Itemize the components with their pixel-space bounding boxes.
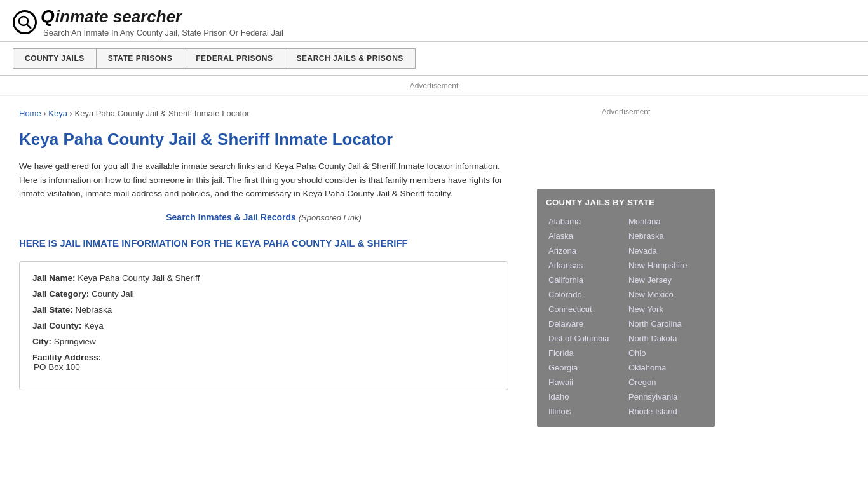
jail-county-label: Jail County: [32,321,81,330]
state-item[interactable]: Idaho [546,390,626,403]
state-item[interactable]: New Jersey [626,273,706,287]
jail-name-value: Keya Paha County Jail & Sheriff [78,273,200,283]
nav-county-jails[interactable]: COUNTY JAILS [13,48,96,69]
state-item[interactable]: Alabama [546,215,626,228]
state-item[interactable]: California [546,273,626,287]
state-item[interactable]: Arizona [546,244,626,257]
jail-county-value: Keya [84,321,104,330]
state-item[interactable]: Oregon [626,376,706,389]
nav-state-prisons[interactable]: STATE PRISONS [96,48,184,69]
jail-city-value: Springview [54,337,96,346]
jail-name-label: Jail Name: [32,273,76,283]
state-item[interactable]: Nebraska [626,229,706,243]
page-title: Keya Paha County Jail & Sheriff Inmate L… [19,130,508,149]
jail-county-row: Jail County: Keya [32,321,495,330]
state-item[interactable]: Ohio [626,346,706,360]
sponsored-link[interactable]: Search Inmates & Jail Records [166,212,296,222]
inmate-info-heading: HERE IS JAIL INMATE INFORMATION FOR THE … [19,236,508,250]
navigation: COUNTY JAILS STATE PRISONS FEDERAL PRISO… [0,42,868,76]
state-col-right: MontanaNebraskaNevadaNew HampshireNew Je… [626,215,706,418]
jail-category-value: County Jail [92,289,134,299]
state-item[interactable]: North Dakota [626,332,706,345]
content-area: Home › Keya › Keya Paha County Jail & Sh… [0,96,527,433]
logo-icon [13,10,37,34]
state-item[interactable]: Arkansas [546,259,626,272]
nav-search-jails[interactable]: SEARCH JAILS & PRISONS [285,48,416,69]
state-item[interactable]: New York [626,302,706,316]
state-item[interactable]: Alaska [546,229,626,243]
state-item[interactable]: Oklahoma [626,361,706,374]
logo-q: Q [41,6,55,27]
state-item[interactable]: New Mexico [626,288,706,301]
state-item[interactable]: Hawaii [546,376,626,389]
breadcrumb: Home › Keya › Keya Paha County Jail & Sh… [19,109,508,118]
sponsored-note: (Sponsored Link) [299,213,362,222]
breadcrumb-current: Keya Paha County Jail & Sheriff Inmate L… [74,109,249,118]
info-box: Jail Name: Keya Paha County Jail & Sheri… [19,261,508,390]
ad-banner: Advertisement [0,76,868,96]
state-item[interactable]: Delaware [546,317,626,330]
state-item[interactable]: Nevada [626,244,706,257]
jail-city-label: City: [32,337,51,346]
jail-state-row: Jail State: Nebraska [32,305,495,315]
breadcrumb-keya[interactable]: Keya [48,109,67,118]
sidebar: Advertisement COUNTY JAILS BY STATE Alab… [527,96,724,433]
state-item[interactable]: Rhode Island [626,405,706,418]
jail-address-row: Facility Address: PO Box 100 [32,353,495,372]
header: Q inmate searcher Search An Inmate In An… [0,0,868,42]
state-item[interactable]: Georgia [546,361,626,374]
jail-name-row: Jail Name: Keya Paha County Jail & Sheri… [32,273,495,283]
state-item[interactable]: Montana [626,215,706,228]
jail-state-label: Jail State: [32,305,73,315]
state-item[interactable]: Illinois [546,405,626,418]
breadcrumb-home[interactable]: Home [19,109,41,118]
svg-point-0 [19,17,28,25]
state-item[interactable]: Colorado [546,288,626,301]
state-list-title: COUNTY JAILS BY STATE [546,198,706,207]
state-item[interactable]: Connecticut [546,302,626,316]
state-col-left: AlabamaAlaskaArizonaArkansasCaliforniaCo… [546,215,626,418]
jail-address-value: PO Box 100 [34,362,80,372]
jail-address-label: Facility Address: [32,353,101,362]
logo-text: inmate searcher [55,7,182,27]
jail-category-label: Jail Category: [32,289,89,299]
sponsored-link-area: Search Inmates & Jail Records (Sponsored… [19,212,508,222]
jail-state-value: Nebraska [76,305,112,315]
jail-category-row: Jail Category: County Jail [32,289,495,299]
state-item[interactable]: New Hampshire [626,259,706,272]
description: We have gathered for you all the availab… [19,159,508,201]
sidebar-ad: Advertisement [537,102,715,179]
state-item[interactable]: Pennsylvania [626,390,706,403]
state-item[interactable]: Florida [546,346,626,360]
state-item[interactable]: North Carolina [626,317,706,330]
state-item[interactable]: Dist.of Columbia [546,332,626,345]
logo-area: Q inmate searcher Search An Inmate In An… [13,6,855,37]
state-list-box: COUNTY JAILS BY STATE AlabamaAlaskaArizo… [537,189,715,427]
svg-line-1 [27,24,32,29]
nav-federal-prisons[interactable]: FEDERAL PRISONS [184,48,284,69]
jail-city-row: City: Springview [32,337,495,346]
main-layout: Home › Keya › Keya Paha County Jail & Sh… [0,96,868,433]
state-columns: AlabamaAlaskaArizonaArkansasCaliforniaCo… [546,215,706,418]
tagline: Search An Inmate In Any County Jail, Sta… [43,28,283,37]
